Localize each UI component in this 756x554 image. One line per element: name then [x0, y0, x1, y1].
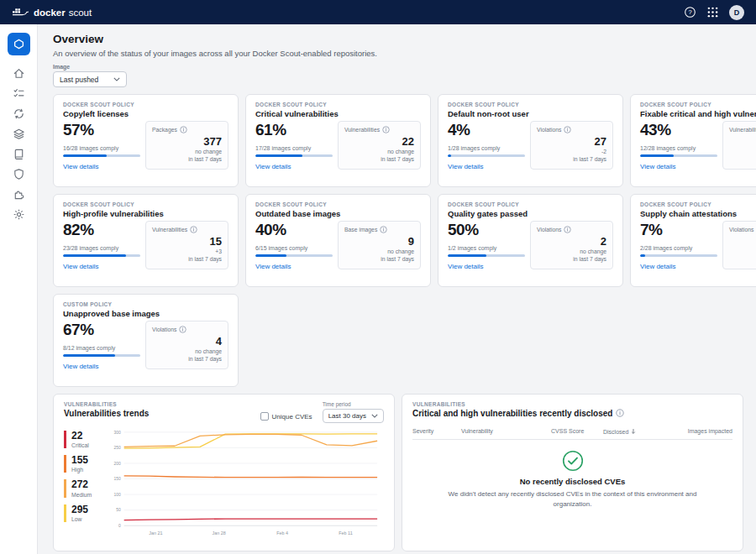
- stat-value: 9: [344, 235, 414, 248]
- stat-box: Violations 27 -2 in last 7 days: [530, 121, 613, 170]
- compliance-bar: [63, 154, 140, 157]
- stat-change-period: in last 7 days: [152, 255, 222, 263]
- info-icon[interactable]: [180, 126, 187, 133]
- svg-text:0: 0: [118, 524, 121, 528]
- policy-eyebrow: DOCKER SCOUT POLICY: [640, 201, 756, 207]
- disclosed-eyebrow: VULNERABILITIES: [412, 401, 732, 407]
- sidebar-item-integrations[interactable]: [12, 189, 25, 202]
- home-icon: [13, 67, 25, 83]
- view-details-link[interactable]: View details: [640, 263, 676, 270]
- compliance-bar: [640, 254, 717, 257]
- comply-count: 1/28 images comply: [448, 145, 525, 151]
- info-icon[interactable]: [380, 226, 387, 233]
- policy-title: Copyleft licenses: [63, 109, 228, 118]
- sidebar-item-vulnerabilities[interactable]: [12, 169, 25, 182]
- unique-cves-label[interactable]: Unique CVEs: [272, 413, 312, 421]
- stat-change: no change: [729, 148, 756, 155]
- stat-value: 4: [152, 335, 222, 348]
- trends-title: Vulnerabilities trends: [64, 409, 149, 418]
- main-content: Overview An overview of the status of yo…: [38, 24, 756, 554]
- sidebar-item-repositories[interactable]: [12, 149, 25, 162]
- unique-cves-checkbox[interactable]: [260, 412, 269, 421]
- legend-item-medium: 272 Medium: [64, 479, 102, 497]
- help-icon[interactable]: ?: [684, 6, 696, 18]
- stat-label: Violations: [729, 227, 753, 233]
- svg-text:250: 250: [114, 446, 121, 450]
- sidebar-item-sync[interactable]: [12, 108, 25, 122]
- stat-change-period: in last 7 days: [344, 155, 414, 163]
- sidebar-item-home[interactable]: [12, 68, 25, 81]
- column-images-impacted: Images impacted: [664, 428, 732, 435]
- stat-value: 377: [152, 135, 222, 148]
- view-details-link[interactable]: View details: [640, 163, 676, 170]
- stat-change: no change: [344, 248, 414, 255]
- stat-box: Base images 9 no change in last 7 days: [338, 221, 421, 269]
- comply-count: 1/2 images comply: [448, 245, 525, 251]
- image-filter-value: Last pushed: [60, 76, 98, 84]
- sidebar-item-policies[interactable]: [12, 88, 25, 102]
- chevron-down-icon: [371, 414, 378, 418]
- svg-text:150: 150: [114, 477, 121, 481]
- svg-text:200: 200: [114, 462, 121, 466]
- policy-card: DOCKER SCOUT POLICY Quality gates passed…: [438, 194, 623, 287]
- legend-value: 295: [71, 504, 102, 515]
- user-avatar[interactable]: D: [729, 5, 744, 20]
- stat-change-period: in last 7 days: [729, 155, 756, 163]
- stat-change: no change: [152, 148, 222, 155]
- compliance-bar: [448, 154, 525, 157]
- legend-value: 22: [71, 431, 102, 442]
- sidebar-item-images[interactable]: [12, 128, 25, 142]
- policy-card: DOCKER SCOUT POLICY High-profile vulnera…: [53, 194, 239, 287]
- policy-title: Quality gates passed: [448, 209, 613, 218]
- policy-eyebrow: CUSTOM POLICY: [63, 301, 228, 307]
- info-icon[interactable]: [382, 126, 390, 133]
- policy-card: DOCKER SCOUT POLICY Critical vulnerabili…: [245, 94, 431, 187]
- compliance-percent: 82%: [63, 221, 140, 239]
- compliance-bar: [255, 254, 333, 257]
- view-details-link[interactable]: View details: [63, 263, 99, 270]
- info-icon[interactable]: [190, 226, 197, 233]
- stat-value: 22: [344, 135, 414, 148]
- docker-scout-logo[interactable]: docker scout: [12, 7, 92, 18]
- svg-text:300: 300: [114, 431, 121, 435]
- view-details-link[interactable]: View details: [448, 263, 484, 270]
- comply-count: 16/28 images comply: [63, 145, 140, 151]
- legend-item-low: 295 Low: [64, 504, 102, 522]
- comply-count: 8/12 images comply: [63, 345, 140, 351]
- stat-label: Violations: [152, 327, 176, 332]
- apps-grid-icon[interactable]: [707, 7, 718, 18]
- time-period-dropdown[interactable]: Last 30 days: [323, 409, 384, 423]
- docker-whale-icon: [12, 7, 29, 18]
- success-check-icon: [562, 450, 584, 472]
- policy-card: DOCKER SCOUT POLICY Fixable critical and…: [630, 94, 756, 187]
- view-details-link[interactable]: View details: [255, 263, 291, 270]
- view-details-link[interactable]: View details: [63, 163, 99, 170]
- stat-value: 2: [537, 235, 606, 248]
- disclosed-title: Critical and high vulnerabilities recent…: [412, 409, 612, 418]
- stat-change: no change: [344, 148, 414, 155]
- sidebar-item-scout-active[interactable]: [8, 33, 30, 55]
- info-icon[interactable]: [179, 326, 186, 333]
- compliance-percent: 43%: [640, 121, 717, 139]
- policy-card: DOCKER SCOUT POLICY Default non-root use…: [438, 94, 623, 187]
- policy-card: DOCKER SCOUT POLICY Copyleft licenses 57…: [53, 94, 239, 187]
- vulnerabilities-trends-panel: VULNERABILITIES Vulnerabilities trends U…: [53, 394, 395, 551]
- stat-value: 27: [537, 135, 606, 148]
- policy-eyebrow: DOCKER SCOUT POLICY: [448, 102, 613, 107]
- view-details-link[interactable]: View details: [448, 163, 484, 170]
- stat-change-period: in last 7 days: [729, 255, 756, 263]
- info-icon[interactable]: [564, 226, 571, 233]
- integrations-puzzle-icon: [13, 188, 25, 204]
- image-filter-dropdown[interactable]: Last pushed: [53, 71, 127, 87]
- view-details-link[interactable]: View details: [255, 163, 291, 170]
- comply-count: 2/28 images comply: [640, 245, 717, 251]
- view-details-link[interactable]: View details: [63, 363, 99, 370]
- stat-box: Violations 2 no change in last 7 days: [530, 221, 613, 269]
- info-icon[interactable]: [564, 126, 571, 133]
- policy-cards-grid: DOCKER SCOUT POLICY Copyleft licenses 57…: [53, 94, 743, 387]
- compliance-bar: [63, 354, 140, 357]
- sidebar-item-settings[interactable]: [12, 209, 25, 222]
- scout-logo-icon: [13, 38, 25, 50]
- column-disclosed-sort[interactable]: Disclosed: [603, 428, 664, 435]
- info-icon[interactable]: [616, 409, 624, 417]
